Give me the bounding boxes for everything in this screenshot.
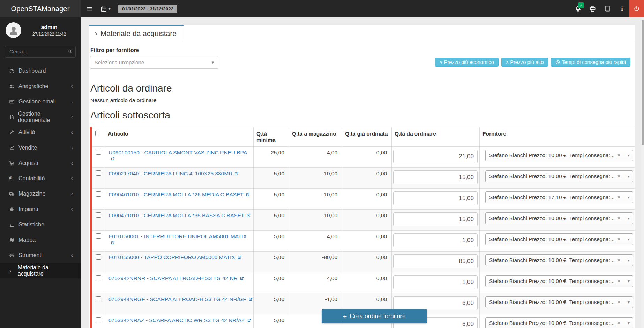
docs-button[interactable]: [600, 0, 615, 17]
row-checkbox[interactable]: [96, 254, 101, 260]
sidebar-item[interactable]: Statistiche ‹: [0, 217, 81, 232]
row-checkbox[interactable]: [96, 296, 101, 301]
sidebar-item[interactable]: Strumenti ‹: [0, 248, 81, 263]
supplier-select[interactable]: Stefano Bianchi Prezzo: 17,10 € Tempi co…: [485, 191, 633, 203]
avatar: [6, 22, 21, 38]
qta-minima-value: 5,00: [254, 210, 289, 231]
qta-da-ordinare-input[interactable]: [393, 233, 478, 247]
supplier-select[interactable]: Stefano Bianchi Prezzo: 10,00 € Tempi co…: [485, 296, 633, 308]
article-link[interactable]: F090471010 - CERNIERA MOLLA *35 BASSA C …: [108, 212, 244, 218]
plus-icon: +: [343, 313, 347, 320]
qta-magazzino-value: -80,00: [289, 252, 342, 272]
sidebar-item[interactable]: Anagrafiche ‹: [0, 79, 81, 94]
supplier-select[interactable]: Stefano Bianchi Prezzo: 10,00 € Tempi co…: [485, 170, 633, 182]
sidebar-item[interactable]: › Materiale da acquistare ‹: [0, 263, 81, 278]
sidebar-item[interactable]: Dashboard ‹: [0, 63, 81, 79]
supplier-delivery-text: Tempi consegna:...: [569, 215, 615, 221]
article-link[interactable]: 0753342NRAZ - SCARPA ARCTIC WR S3 TG 42 …: [108, 317, 245, 323]
qta-da-ordinare-input[interactable]: [393, 170, 478, 184]
sort-button[interactable]: Tempi di consegna più rapidi: [551, 58, 630, 67]
caret-down-icon: ▾: [628, 300, 630, 305]
calendar-button[interactable]: ▾: [100, 6, 111, 12]
sort-button[interactable]: ∨ Prezzo più economico: [435, 58, 498, 67]
sort-button[interactable]: ∧ Prezzo più alto: [501, 58, 548, 67]
article-link[interactable]: E010155000 - TAPPO COPRIFORO AM5000 MATI…: [108, 254, 235, 260]
row-checkbox[interactable]: [96, 191, 101, 197]
qta-da-ordinare-input[interactable]: [393, 212, 478, 226]
qta-da-ordinare-input[interactable]: [393, 191, 478, 205]
sidebar-item-icon: [9, 83, 18, 89]
qta-da-ordinare-input[interactable]: [393, 150, 478, 163]
select-all-checkbox[interactable]: [95, 131, 100, 136]
create-supplier-order-button[interactable]: + Crea ordine fornitore: [322, 309, 427, 323]
article-link[interactable]: E010150001 - INTERRUTTORE UNIPOL AM5001 …: [108, 233, 247, 239]
select-placeholder: Seleziona un'opzione: [95, 59, 211, 65]
sort-button-icon: ∨: [440, 60, 443, 65]
supplier-filter-select[interactable]: Seleziona un'opzione ▾: [90, 56, 218, 69]
clear-selection-icon[interactable]: ×: [617, 236, 621, 243]
clear-selection-icon[interactable]: ×: [617, 194, 621, 201]
search-icon[interactable]: [67, 49, 73, 54]
qta-magazzino-value: 4,00: [289, 272, 342, 293]
clear-selection-icon[interactable]: ×: [617, 215, 621, 222]
article-link[interactable]: U090100150 - CARRIOLA SMONT VAS ZINC PNE…: [108, 150, 247, 155]
qta-da-ordinare-input[interactable]: [393, 254, 478, 268]
articles-table: Articolo Q.tà minima Q.tà a magazzino Q.…: [90, 127, 635, 328]
supplier-select[interactable]: Stefano Bianchi Prezzo: 10,00 € Tempi co…: [485, 212, 633, 224]
clear-selection-icon[interactable]: ×: [617, 152, 621, 159]
clear-selection-icon[interactable]: ×: [617, 173, 621, 180]
supplier-select[interactable]: Stefano Bianchi Prezzo: 10,00 € Tempi co…: [485, 275, 633, 287]
chevron-left-icon: ‹: [71, 129, 73, 136]
sidebar-item[interactable]: Mappa ‹: [0, 232, 81, 248]
external-link-icon: [234, 171, 239, 176]
row-checkbox[interactable]: [96, 150, 101, 155]
notifications-button[interactable]: ✓: [571, 0, 585, 17]
qta-ordinata-value: 0,00: [342, 189, 392, 210]
clear-selection-icon[interactable]: ×: [617, 320, 621, 327]
clear-selection-icon[interactable]: ×: [617, 257, 621, 264]
scrollbar-thumb[interactable]: [642, 20, 644, 145]
supplier-price-text: Stefano Bianchi Prezzo: 10,00 €: [489, 215, 566, 221]
date-range-badge[interactable]: 01/01/2022 - 31/12/2022: [118, 5, 177, 13]
chevron-left-icon: ‹: [71, 99, 73, 105]
sidebar-item[interactable]: € Contabilità ‹: [0, 171, 81, 186]
print-button[interactable]: [585, 0, 600, 17]
row-checkbox[interactable]: [96, 317, 101, 322]
sidebar-item[interactable]: Acquisti ‹: [0, 155, 81, 171]
qta-minima-value: 5,00: [254, 314, 289, 328]
sidebar-item[interactable]: Gestione email ‹: [0, 94, 81, 109]
sidebar-item-label: Attività: [18, 129, 35, 136]
supplier-select[interactable]: Stefano Bianchi Prezzo: 10,00 € Tempi co…: [485, 317, 633, 328]
article-link[interactable]: F090461010 - CERNIERA MOLLA *26 MEDIA C …: [108, 191, 244, 197]
qta-da-ordinare-input[interactable]: [393, 275, 478, 289]
row-checkbox[interactable]: [96, 275, 101, 280]
sidebar-item[interactable]: Magazzino ‹: [0, 186, 81, 202]
article-link[interactable]: 0752944NRGF - SCARPA ALLROAD-H S3 TG 44 …: [108, 296, 246, 302]
info-button[interactable]: i: [615, 0, 629, 17]
clear-selection-icon[interactable]: ×: [617, 299, 621, 306]
search-input[interactable]: [5, 46, 76, 58]
row-checkbox[interactable]: [96, 170, 101, 176]
supplier-select[interactable]: Stefano Bianchi Prezzo: 10,00 € Tempi co…: [485, 150, 633, 161]
row-checkbox[interactable]: [96, 233, 101, 239]
col-header-fornitore: Fornitore: [480, 127, 635, 147]
tab-materiale-da-acquistare[interactable]: › Materiale da acquistare: [89, 25, 184, 41]
row-checkbox[interactable]: [96, 212, 101, 218]
sidebar-item[interactable]: Impianti ‹: [0, 202, 81, 217]
qta-da-ordinare-input[interactable]: [393, 296, 478, 310]
book-icon: [604, 5, 611, 12]
sidebar-item[interactable]: Gestione documentale ‹: [0, 109, 81, 125]
sidebar-item[interactable]: Vendite ‹: [0, 140, 81, 155]
qta-minima-value: 5,00: [254, 168, 289, 189]
logout-button[interactable]: [629, 0, 644, 17]
qta-magazzino-value: -10,00: [289, 168, 342, 189]
page-scrollbar[interactable]: [641, 17, 644, 328]
caret-down-icon: ▾: [211, 60, 214, 65]
clear-selection-icon[interactable]: ×: [617, 278, 621, 285]
article-link[interactable]: F090217040 - CERNIERA LUNG 4' 100X25 330…: [108, 170, 232, 176]
article-link[interactable]: 0752942NRNR - SCARPA ALLROAD-H S3 TG 42 …: [108, 275, 238, 281]
sidebar-toggle-button[interactable]: [86, 6, 93, 12]
supplier-select[interactable]: Stefano Bianchi Prezzo: 10,00 € Tempi co…: [485, 233, 633, 245]
supplier-select[interactable]: Stefano Bianchi Prezzo: 10,00 € Tempi co…: [485, 254, 633, 266]
sidebar-item[interactable]: Attività ‹: [0, 125, 81, 140]
